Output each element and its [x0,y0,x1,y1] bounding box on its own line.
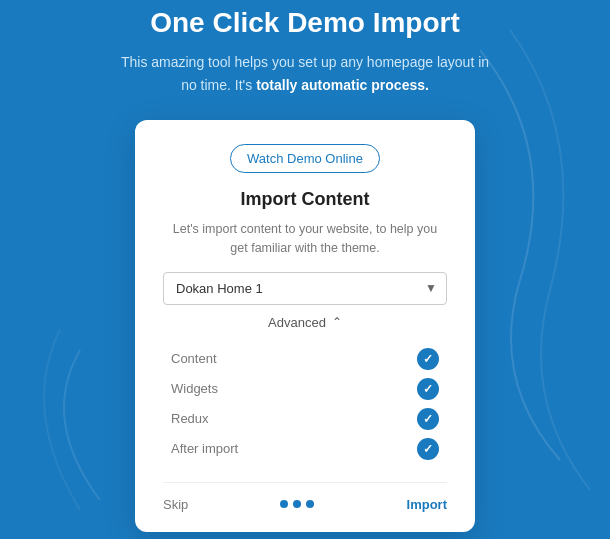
subtitle-bold: totally automatic process. [256,77,429,93]
chevron-up-icon: ⌃ [332,315,342,329]
card-title: Import Content [163,189,447,210]
checklist-widgets-label: Widgets [171,381,218,396]
checklist-content-label: Content [171,351,217,366]
advanced-toggle[interactable]: Advanced ⌃ [163,315,447,330]
checklist-afterimport-label: After import [171,441,238,456]
content-check-icon: ✓ [417,348,439,370]
progress-dots [280,500,314,508]
demo-select[interactable]: Dokan Home 1 Dokan Home 2 Dokan Home 3 [163,272,447,305]
afterimport-check-icon: ✓ [417,438,439,460]
card-description: Let's import content to your website, to… [163,220,447,258]
card-footer: Skip Import [163,482,447,512]
list-item: Widgets ✓ [163,374,447,404]
watch-demo-button[interactable]: Watch Demo Online [230,144,380,173]
list-item: After import ✓ [163,434,447,464]
advanced-label: Advanced [268,315,326,330]
page-content: One Click Demo Import This amazing tool … [0,0,610,539]
import-button[interactable]: Import [407,497,447,512]
page-title: One Click Demo Import [150,7,460,39]
page-subtitle: This amazing tool helps you set up any h… [115,51,495,96]
skip-button[interactable]: Skip [163,497,188,512]
dot-2 [293,500,301,508]
redux-check-icon: ✓ [417,408,439,430]
checklist-redux-label: Redux [171,411,209,426]
dot-3 [306,500,314,508]
list-item: Redux ✓ [163,404,447,434]
list-item: Content ✓ [163,344,447,374]
import-checklist: Content ✓ Widgets ✓ Redux ✓ After import… [163,344,447,464]
demo-select-wrapper: Dokan Home 1 Dokan Home 2 Dokan Home 3 ▼ [163,272,447,305]
widgets-check-icon: ✓ [417,378,439,400]
import-card: Watch Demo Online Import Content Let's i… [135,120,475,532]
dot-1 [280,500,288,508]
